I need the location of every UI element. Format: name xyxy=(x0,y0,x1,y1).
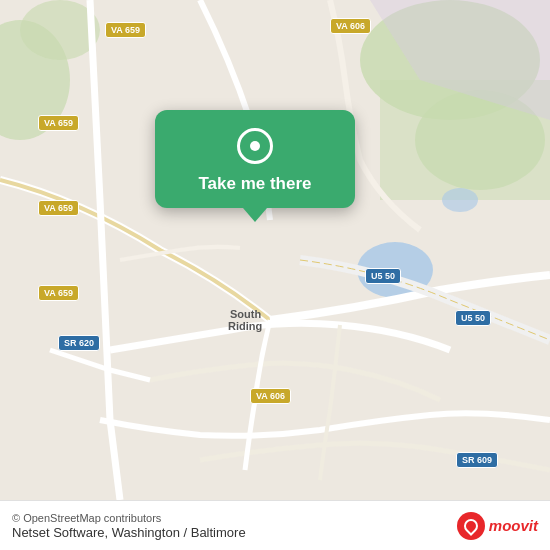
take-me-there-button[interactable]: Take me there xyxy=(198,174,311,194)
copyright-text: © OpenStreetMap contributors xyxy=(12,512,246,524)
location-popup[interactable]: Take me there xyxy=(155,110,355,208)
svg-text:South: South xyxy=(230,308,261,320)
road-sign-va659-top: VA 659 xyxy=(105,22,146,38)
road-sign-va659-left1: VA 659 xyxy=(38,115,79,131)
road-sign-sr609: SR 609 xyxy=(456,452,498,468)
svg-point-7 xyxy=(442,188,478,212)
moovit-icon xyxy=(457,512,485,540)
moovit-text: moovit xyxy=(489,517,538,534)
road-sign-us50-right2: U5 50 xyxy=(455,310,491,326)
road-sign-va606-top: VA 606 xyxy=(330,18,371,34)
road-sign-va606-bottom: VA 606 xyxy=(250,388,291,404)
pin-dot xyxy=(250,141,260,151)
popup-pin xyxy=(235,126,275,166)
road-sign-us50-right1: U5 50 xyxy=(365,268,401,284)
map-container: South Riding VA 659 VA 606 VA 659 VA 659… xyxy=(0,0,550,500)
road-sign-va659-left3: VA 659 xyxy=(38,285,79,301)
moovit-logo: moovit xyxy=(457,512,538,540)
bottom-bar: © OpenStreetMap contributors Netset Soft… xyxy=(0,500,550,550)
pin-circle xyxy=(237,128,273,164)
app-info: Netset Software, Washington / Baltimore xyxy=(12,525,246,540)
svg-text:Riding: Riding xyxy=(228,320,262,332)
road-sign-va659-left2: VA 659 xyxy=(38,200,79,216)
map-svg: South Riding xyxy=(0,0,550,500)
road-sign-sr620: SR 620 xyxy=(58,335,100,351)
